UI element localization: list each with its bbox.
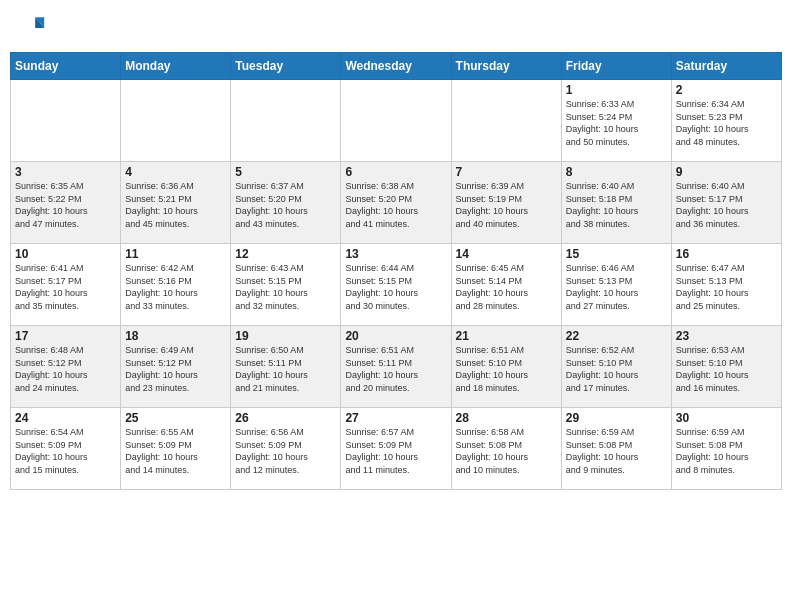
day-info: Sunrise: 6:52 AM Sunset: 5:10 PM Dayligh… <box>566 344 667 394</box>
day-number: 6 <box>345 165 446 179</box>
weekday-header-row: SundayMondayTuesdayWednesdayThursdayFrid… <box>11 53 782 80</box>
day-number: 11 <box>125 247 226 261</box>
day-number: 9 <box>676 165 777 179</box>
weekday-header: Sunday <box>11 53 121 80</box>
day-number: 3 <box>15 165 116 179</box>
day-number: 4 <box>125 165 226 179</box>
day-info: Sunrise: 6:38 AM Sunset: 5:20 PM Dayligh… <box>345 180 446 230</box>
calendar-day-cell: 27Sunrise: 6:57 AM Sunset: 5:09 PM Dayli… <box>341 408 451 490</box>
calendar-day-cell: 10Sunrise: 6:41 AM Sunset: 5:17 PM Dayli… <box>11 244 121 326</box>
day-info: Sunrise: 6:48 AM Sunset: 5:12 PM Dayligh… <box>15 344 116 394</box>
day-info: Sunrise: 6:40 AM Sunset: 5:18 PM Dayligh… <box>566 180 667 230</box>
day-number: 8 <box>566 165 667 179</box>
calendar-week-row: 3Sunrise: 6:35 AM Sunset: 5:22 PM Daylig… <box>11 162 782 244</box>
day-info: Sunrise: 6:59 AM Sunset: 5:08 PM Dayligh… <box>676 426 777 476</box>
calendar-day-cell: 29Sunrise: 6:59 AM Sunset: 5:08 PM Dayli… <box>561 408 671 490</box>
calendar-empty-cell <box>121 80 231 162</box>
calendar-empty-cell <box>451 80 561 162</box>
day-info: Sunrise: 6:41 AM Sunset: 5:17 PM Dayligh… <box>15 262 116 312</box>
day-number: 10 <box>15 247 116 261</box>
calendar-day-cell: 4Sunrise: 6:36 AM Sunset: 5:21 PM Daylig… <box>121 162 231 244</box>
day-number: 30 <box>676 411 777 425</box>
calendar-day-cell: 25Sunrise: 6:55 AM Sunset: 5:09 PM Dayli… <box>121 408 231 490</box>
calendar-day-cell: 13Sunrise: 6:44 AM Sunset: 5:15 PM Dayli… <box>341 244 451 326</box>
weekday-header: Friday <box>561 53 671 80</box>
day-number: 25 <box>125 411 226 425</box>
day-info: Sunrise: 6:53 AM Sunset: 5:10 PM Dayligh… <box>676 344 777 394</box>
calendar-empty-cell <box>11 80 121 162</box>
weekday-header: Tuesday <box>231 53 341 80</box>
day-info: Sunrise: 6:34 AM Sunset: 5:23 PM Dayligh… <box>676 98 777 148</box>
day-info: Sunrise: 6:50 AM Sunset: 5:11 PM Dayligh… <box>235 344 336 394</box>
day-info: Sunrise: 6:58 AM Sunset: 5:08 PM Dayligh… <box>456 426 557 476</box>
calendar-day-cell: 16Sunrise: 6:47 AM Sunset: 5:13 PM Dayli… <box>671 244 781 326</box>
calendar-day-cell: 5Sunrise: 6:37 AM Sunset: 5:20 PM Daylig… <box>231 162 341 244</box>
day-info: Sunrise: 6:45 AM Sunset: 5:14 PM Dayligh… <box>456 262 557 312</box>
calendar-day-cell: 9Sunrise: 6:40 AM Sunset: 5:17 PM Daylig… <box>671 162 781 244</box>
calendar-week-row: 1Sunrise: 6:33 AM Sunset: 5:24 PM Daylig… <box>11 80 782 162</box>
calendar-day-cell: 21Sunrise: 6:51 AM Sunset: 5:10 PM Dayli… <box>451 326 561 408</box>
calendar-day-cell: 23Sunrise: 6:53 AM Sunset: 5:10 PM Dayli… <box>671 326 781 408</box>
day-info: Sunrise: 6:55 AM Sunset: 5:09 PM Dayligh… <box>125 426 226 476</box>
day-number: 28 <box>456 411 557 425</box>
day-number: 13 <box>345 247 446 261</box>
day-number: 24 <box>15 411 116 425</box>
calendar-week-row: 10Sunrise: 6:41 AM Sunset: 5:17 PM Dayli… <box>11 244 782 326</box>
day-number: 12 <box>235 247 336 261</box>
calendar-day-cell: 30Sunrise: 6:59 AM Sunset: 5:08 PM Dayli… <box>671 408 781 490</box>
day-number: 15 <box>566 247 667 261</box>
calendar-day-cell: 17Sunrise: 6:48 AM Sunset: 5:12 PM Dayli… <box>11 326 121 408</box>
calendar-day-cell: 7Sunrise: 6:39 AM Sunset: 5:19 PM Daylig… <box>451 162 561 244</box>
day-info: Sunrise: 6:36 AM Sunset: 5:21 PM Dayligh… <box>125 180 226 230</box>
calendar-week-row: 17Sunrise: 6:48 AM Sunset: 5:12 PM Dayli… <box>11 326 782 408</box>
day-info: Sunrise: 6:42 AM Sunset: 5:16 PM Dayligh… <box>125 262 226 312</box>
day-info: Sunrise: 6:56 AM Sunset: 5:09 PM Dayligh… <box>235 426 336 476</box>
day-info: Sunrise: 6:35 AM Sunset: 5:22 PM Dayligh… <box>15 180 116 230</box>
day-number: 2 <box>676 83 777 97</box>
day-number: 20 <box>345 329 446 343</box>
day-info: Sunrise: 6:51 AM Sunset: 5:10 PM Dayligh… <box>456 344 557 394</box>
day-info: Sunrise: 6:59 AM Sunset: 5:08 PM Dayligh… <box>566 426 667 476</box>
calendar-week-row: 24Sunrise: 6:54 AM Sunset: 5:09 PM Dayli… <box>11 408 782 490</box>
day-info: Sunrise: 6:44 AM Sunset: 5:15 PM Dayligh… <box>345 262 446 312</box>
calendar-day-cell: 6Sunrise: 6:38 AM Sunset: 5:20 PM Daylig… <box>341 162 451 244</box>
weekday-header: Monday <box>121 53 231 80</box>
logo <box>10 10 50 46</box>
day-number: 21 <box>456 329 557 343</box>
weekday-header: Thursday <box>451 53 561 80</box>
day-info: Sunrise: 6:47 AM Sunset: 5:13 PM Dayligh… <box>676 262 777 312</box>
logo-icon <box>10 10 46 46</box>
calendar-day-cell: 1Sunrise: 6:33 AM Sunset: 5:24 PM Daylig… <box>561 80 671 162</box>
day-number: 1 <box>566 83 667 97</box>
calendar-empty-cell <box>341 80 451 162</box>
day-number: 27 <box>345 411 446 425</box>
calendar-day-cell: 22Sunrise: 6:52 AM Sunset: 5:10 PM Dayli… <box>561 326 671 408</box>
calendar-day-cell: 11Sunrise: 6:42 AM Sunset: 5:16 PM Dayli… <box>121 244 231 326</box>
page-header <box>10 10 782 46</box>
day-number: 26 <box>235 411 336 425</box>
day-info: Sunrise: 6:33 AM Sunset: 5:24 PM Dayligh… <box>566 98 667 148</box>
calendar-day-cell: 2Sunrise: 6:34 AM Sunset: 5:23 PM Daylig… <box>671 80 781 162</box>
day-number: 29 <box>566 411 667 425</box>
calendar-day-cell: 20Sunrise: 6:51 AM Sunset: 5:11 PM Dayli… <box>341 326 451 408</box>
day-number: 16 <box>676 247 777 261</box>
calendar-day-cell: 14Sunrise: 6:45 AM Sunset: 5:14 PM Dayli… <box>451 244 561 326</box>
day-number: 17 <box>15 329 116 343</box>
day-info: Sunrise: 6:37 AM Sunset: 5:20 PM Dayligh… <box>235 180 336 230</box>
day-info: Sunrise: 6:46 AM Sunset: 5:13 PM Dayligh… <box>566 262 667 312</box>
calendar-empty-cell <box>231 80 341 162</box>
day-info: Sunrise: 6:40 AM Sunset: 5:17 PM Dayligh… <box>676 180 777 230</box>
day-number: 22 <box>566 329 667 343</box>
day-number: 18 <box>125 329 226 343</box>
calendar-day-cell: 19Sunrise: 6:50 AM Sunset: 5:11 PM Dayli… <box>231 326 341 408</box>
day-info: Sunrise: 6:39 AM Sunset: 5:19 PM Dayligh… <box>456 180 557 230</box>
day-number: 23 <box>676 329 777 343</box>
calendar-day-cell: 18Sunrise: 6:49 AM Sunset: 5:12 PM Dayli… <box>121 326 231 408</box>
day-number: 7 <box>456 165 557 179</box>
day-info: Sunrise: 6:49 AM Sunset: 5:12 PM Dayligh… <box>125 344 226 394</box>
day-number: 19 <box>235 329 336 343</box>
day-number: 5 <box>235 165 336 179</box>
weekday-header: Wednesday <box>341 53 451 80</box>
calendar-day-cell: 12Sunrise: 6:43 AM Sunset: 5:15 PM Dayli… <box>231 244 341 326</box>
day-info: Sunrise: 6:54 AM Sunset: 5:09 PM Dayligh… <box>15 426 116 476</box>
